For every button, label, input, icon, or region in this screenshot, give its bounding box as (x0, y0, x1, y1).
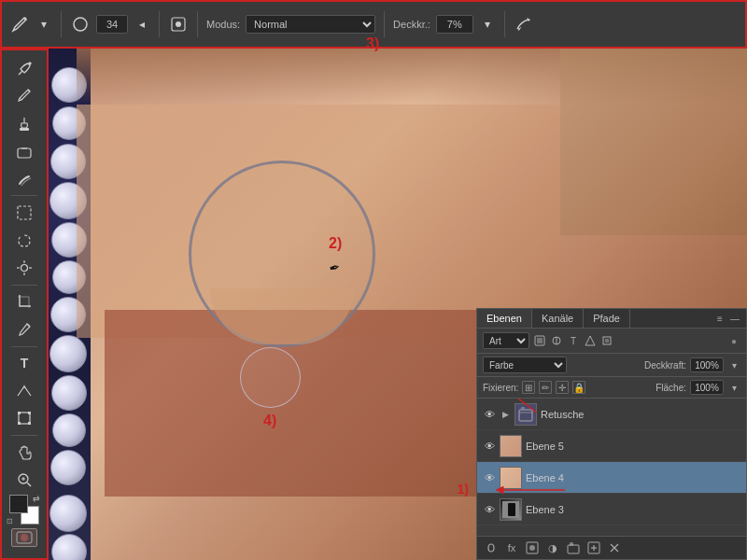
opacity-arrow[interactable]: ▾ (727, 358, 740, 371)
svg-line-22 (27, 483, 31, 486)
layer-eye-ebene3[interactable]: 👁 (483, 503, 496, 516)
default-colors-icon[interactable]: ⊡ (7, 517, 13, 525)
heal-brush-tool[interactable] (9, 56, 39, 81)
smartobj-filter-icon[interactable] (600, 334, 613, 347)
svg-rect-7 (18, 148, 31, 158)
layer-eye-ebene5[interactable]: 👁 (483, 440, 496, 453)
panel-menu-icon[interactable]: ≡ (712, 311, 727, 326)
top-toolbar: ▾ 34 ◂ Modus: NormalAuflösenAbdunkelnMul… (0, 0, 747, 49)
opacity-input[interactable]: 7% (436, 15, 473, 34)
svg-rect-28 (537, 338, 543, 343)
layer-filter-select[interactable]: Art (483, 332, 529, 349)
tool-options-arrow[interactable]: ▾ (35, 16, 52, 33)
svg-rect-40 (568, 545, 579, 553)
brush-tool-icon[interactable] (9, 14, 30, 35)
svg-point-13 (21, 265, 28, 272)
smudge-tool[interactable] (9, 166, 39, 191)
pearl-12 (49, 495, 87, 532)
separator-1 (61, 11, 62, 37)
transform-tool[interactable] (9, 406, 39, 431)
pearl-9 (51, 375, 87, 411)
opacity-arrow[interactable]: ▾ (479, 16, 496, 33)
adjustment-filter-icon[interactable] (550, 334, 563, 347)
separator-5 (504, 11, 505, 37)
opacity-label: Deckkraft: (644, 360, 686, 371)
lock-transparent-icon[interactable]: ⊞ (522, 381, 535, 394)
crop-tool[interactable] (9, 289, 39, 315)
swap-colors-icon[interactable]: ⇄ (33, 494, 40, 503)
lasso-tool[interactable] (9, 228, 39, 253)
rect-select-tool[interactable] (9, 200, 39, 225)
filter-toggle-icon[interactable]: ● (727, 334, 740, 347)
magic-wand-tool[interactable] (9, 255, 39, 280)
svg-rect-19 (18, 422, 21, 425)
eraser-tool[interactable] (9, 138, 39, 163)
panel-close-icon[interactable]: — (727, 311, 742, 326)
airbrush-icon[interactable] (514, 14, 534, 35)
layer-row-ebene3[interactable]: 👁 Ebene 3 (477, 494, 746, 525)
tool-sep-4 (11, 435, 37, 436)
eyedropper-tool[interactable] (9, 316, 39, 342)
svg-point-3 (176, 21, 181, 27)
right-area (560, 49, 747, 235)
layers-tabs: Ebenen Kanäle Pfade ≡ — (477, 309, 746, 329)
layer-eye-retusche[interactable]: 👁 (483, 408, 496, 421)
path-tool[interactable] (9, 378, 39, 403)
opacity-value-input[interactable]: 100% (690, 357, 724, 372)
svg-rect-33 (605, 339, 609, 343)
hand-tool[interactable] (9, 440, 39, 465)
layer-row-ebene5[interactable]: 👁 Ebene 5 (477, 430, 746, 462)
tab-kanaele[interactable]: Kanäle (532, 309, 584, 328)
link-layers-icon[interactable] (483, 539, 500, 556)
modus-label: Modus: (206, 19, 240, 30)
svg-rect-35 (521, 407, 525, 411)
type-tool[interactable]: T (9, 351, 39, 376)
zoom-tool[interactable] (9, 468, 39, 493)
tab-pfade[interactable]: Pfade (584, 309, 630, 328)
type-filter-icon[interactable]: T (567, 334, 580, 347)
layers-list: 👁 ▶ Retusche 👁 Ebene 5 👁 Ebene 4 👁 Ebene… (477, 399, 746, 536)
lock-paint-icon[interactable]: ✏ (539, 381, 552, 394)
deckkr-label: Deckkr.: (393, 19, 430, 30)
pixel-filter-icon[interactable] (533, 334, 546, 347)
quick-mask-button[interactable] (11, 528, 37, 547)
stamp-tool[interactable] (9, 111, 39, 136)
layer-name-ebene5: Ebene 5 (526, 441, 740, 452)
separator-2 (159, 11, 160, 37)
lock-move-icon[interactable]: ✛ (556, 381, 569, 394)
layer-eye-ebene4[interactable]: 👁 (483, 471, 496, 484)
shape-filter-icon[interactable] (584, 334, 597, 347)
layer-name-ebene3: Ebene 3 (526, 504, 740, 515)
brush-size-down[interactable]: ◂ (134, 16, 150, 33)
svg-marker-15 (22, 385, 26, 388)
flaeche-arrow[interactable]: ▾ (727, 381, 740, 394)
layer-expand-retusche[interactable]: ▶ (500, 409, 511, 420)
delete-layer-icon[interactable] (606, 539, 623, 556)
svg-point-14 (28, 324, 30, 326)
layers-fix-row: Fixieren: ⊞ ✏ ✛ 🔒 Fläche: 100% ▾ (477, 377, 746, 399)
pencil-tool[interactable] (9, 83, 39, 108)
layer-row-retusche[interactable]: 👁 ▶ Retusche (477, 399, 746, 430)
add-effect-icon[interactable]: fx (503, 539, 520, 556)
separator-3 (197, 11, 198, 37)
add-layer-icon[interactable] (585, 539, 602, 556)
modus-select[interactable]: NormalAuflösenAbdunkelnMultiplizierenFar… (246, 15, 375, 34)
add-adjustment-icon[interactable]: ◑ (544, 539, 561, 556)
tool-sep-1 (11, 195, 37, 196)
add-mask-icon[interactable] (524, 539, 541, 556)
foreground-background-colors[interactable]: ⇄ ⊡ (9, 495, 39, 525)
brush-preset-icon[interactable] (168, 14, 189, 35)
pearl-8 (49, 335, 87, 372)
layer-row-ebene4[interactable]: 👁 Ebene 4 (477, 462, 746, 494)
layers-opacity-row: NormalFarbeMultiplizieren Deckkraft: 100… (477, 354, 746, 377)
lock-all-icon[interactable]: 🔒 (572, 381, 585, 394)
tool-sep-3 (11, 346, 37, 347)
flaeche-value-input[interactable]: 100% (690, 380, 724, 395)
separator-4 (384, 11, 385, 37)
svg-rect-18 (28, 412, 31, 414)
blend-mode-select[interactable]: NormalFarbeMultiplizieren (483, 357, 567, 373)
add-group-icon[interactable] (565, 539, 582, 556)
tab-ebenen[interactable]: Ebenen (477, 309, 532, 328)
brush-size-input[interactable]: 34 (96, 15, 128, 34)
layer-thumb-ebene3 (500, 498, 522, 521)
